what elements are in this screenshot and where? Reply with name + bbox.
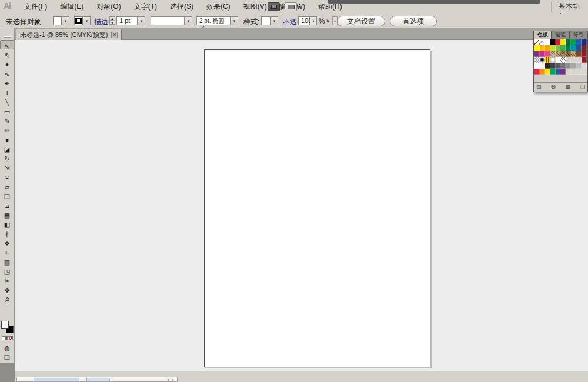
swatch-color[interactable] <box>540 51 545 57</box>
swatch-color[interactable] <box>566 45 571 51</box>
preferences-button[interactable]: 首选项 <box>390 16 437 26</box>
free-transform-tool[interactable]: ▱ <box>0 181 14 190</box>
fill-chip[interactable] <box>1 321 9 329</box>
rotate-tool[interactable]: ↻ <box>0 153 14 162</box>
swatch-color[interactable] <box>566 39 571 45</box>
mesh-tool[interactable]: ▦ <box>0 209 14 219</box>
panel-tab-符号[interactable]: 符号 <box>570 31 587 39</box>
profile-caret-icon[interactable]: ▾ <box>185 16 192 25</box>
stepper-up-icon[interactable]: ▲ <box>109 16 115 21</box>
swatch-color[interactable] <box>550 69 556 75</box>
brush-caret-icon[interactable]: ▾ <box>230 16 238 25</box>
swatch-color[interactable] <box>540 45 545 51</box>
type-tool[interactable]: T <box>0 87 14 96</box>
menu-type[interactable]: 文字(T) <box>128 0 163 14</box>
screen-mode-button[interactable]: ❏ <box>0 353 14 362</box>
shape-builder-tool[interactable]: ❑ <box>0 190 14 200</box>
panel-tab-画笔[interactable]: 画笔 <box>552 31 569 39</box>
swatch-color[interactable] <box>556 63 561 69</box>
swatch-color[interactable] <box>582 39 587 45</box>
swatch-pattern[interactable] <box>571 51 576 57</box>
scrollbar-segment-2[interactable] <box>86 378 110 381</box>
swatch-color[interactable] <box>571 39 576 45</box>
swatch-color[interactable] <box>545 63 550 69</box>
scrollbar-segment[interactable] <box>34 378 79 381</box>
zoom-tool[interactable]: ⚲ <box>0 294 14 303</box>
selection-tool[interactable]: ↖ <box>0 40 14 49</box>
swatch-color[interactable] <box>550 45 556 51</box>
perspective-grid-tool[interactable]: ⊿ <box>0 200 14 209</box>
swatch-color[interactable] <box>534 69 540 75</box>
document-setup-button[interactable]: 文档设置 <box>337 16 385 26</box>
swatch-color[interactable] <box>576 39 582 45</box>
swatch-color[interactable] <box>576 63 582 69</box>
swatch-pattern[interactable] <box>556 51 561 57</box>
artboard[interactable] <box>204 49 430 367</box>
horizontal-scrollbar[interactable]: ◂ ▸ <box>16 377 178 382</box>
artboard-tool[interactable]: ◳ <box>0 266 14 275</box>
fill-stroke-indicator[interactable] <box>1 321 14 333</box>
column-graph-tool[interactable]: ▥ <box>0 256 14 266</box>
swatch-yellow-stripe-gradient[interactable] <box>545 57 550 63</box>
arrange-documents-caret-icon[interactable]: ▾ <box>299 4 301 9</box>
swatch-empty-slot[interactable] <box>582 69 587 75</box>
scroll-left-icon[interactable]: ◂ <box>165 377 171 382</box>
drawing-modes-button[interactable]: ◍ <box>0 343 14 353</box>
swatch-pattern[interactable] <box>550 51 556 57</box>
fill-color-swatch[interactable] <box>53 16 62 25</box>
select-similar-objects-icon[interactable]: ➢ <box>324 16 332 25</box>
menu-object[interactable]: 对象(O) <box>90 0 127 14</box>
menu-select[interactable]: 选择(S) <box>163 0 200 14</box>
pen-tool[interactable]: ✒ <box>0 78 14 87</box>
swatch-empty-slot[interactable] <box>571 57 576 63</box>
none-button[interactable] <box>9 336 13 340</box>
new-swatch-button[interactable]: ❏ <box>580 83 585 92</box>
swatch-color[interactable] <box>566 63 571 69</box>
variable-width-profile-select[interactable] <box>151 16 185 25</box>
style-caret-icon[interactable]: ▾ <box>270 16 278 25</box>
fill-color-caret-icon[interactable]: ▾ <box>62 16 69 25</box>
stroke-width-value[interactable]: 1 pt <box>116 16 138 25</box>
rectangle-tool[interactable]: ▭ <box>0 106 14 115</box>
opacity-dropdown-icon[interactable]: › <box>310 16 317 25</box>
swatch-libraries-menu-button[interactable]: ▤ <box>536 83 542 92</box>
swatch-color[interactable] <box>556 39 561 45</box>
panel-tab-色板[interactable]: 色板 <box>534 31 552 39</box>
swatch-color[interactable] <box>571 63 576 69</box>
swatch-color[interactable] <box>545 39 550 45</box>
swatch-empty-slot[interactable] <box>566 57 571 63</box>
swatch-color[interactable] <box>534 63 540 69</box>
blob-brush-tool[interactable]: ● <box>0 134 14 143</box>
swatch-color[interactable] <box>560 39 566 45</box>
go-to-bridge-button[interactable] <box>268 2 280 11</box>
swatch-color[interactable] <box>534 51 540 57</box>
brush-definition-select[interactable]: 2 pt. 椭圆形 <box>196 16 230 25</box>
eyedropper-tool[interactable]: ∤ <box>0 228 14 237</box>
swatch-pattern[interactable] <box>560 51 566 57</box>
menu-file[interactable]: 文件(F) <box>18 0 54 14</box>
arrange-documents-button[interactable] <box>285 2 297 11</box>
stroke-width-stepper[interactable]: ▲ ▼ <box>109 16 115 25</box>
swatch-color[interactable] <box>582 45 587 51</box>
swatch-black-radial-gradient[interactable] <box>540 57 545 63</box>
swatch-color[interactable] <box>560 69 566 75</box>
swatch-color[interactable] <box>534 45 540 51</box>
gradient-tool[interactable]: ◧ <box>0 219 14 228</box>
swatch-empty-slot[interactable] <box>576 57 582 63</box>
close-document-icon[interactable]: × <box>111 32 118 38</box>
swatch-empty-slot[interactable] <box>566 69 571 75</box>
swatch-checker-pattern[interactable] <box>534 57 540 63</box>
swatch-hatch-pattern[interactable] <box>560 57 566 63</box>
swatch-color[interactable] <box>545 45 550 51</box>
menu-edit[interactable]: 编辑(E) <box>54 0 90 14</box>
stroke-panel-link[interactable]: 描边: <box>94 17 110 27</box>
swatch-kinds-menu-button[interactable]: ⛁ <box>551 83 556 92</box>
stroke-color-caret-icon[interactable]: ▾ <box>83 16 91 25</box>
opacity-input[interactable]: 100 <box>298 16 310 25</box>
workspace-switcher-button[interactable]: 基本功能 <box>555 2 588 12</box>
menu-effect[interactable]: 效果(C) <box>200 0 237 14</box>
swatch-color[interactable] <box>571 45 576 51</box>
paintbrush-tool[interactable]: ✎ <box>0 115 14 125</box>
scale-tool[interactable]: ⇲ <box>0 162 14 172</box>
swatch-registration[interactable]: ⊕ <box>540 39 545 45</box>
